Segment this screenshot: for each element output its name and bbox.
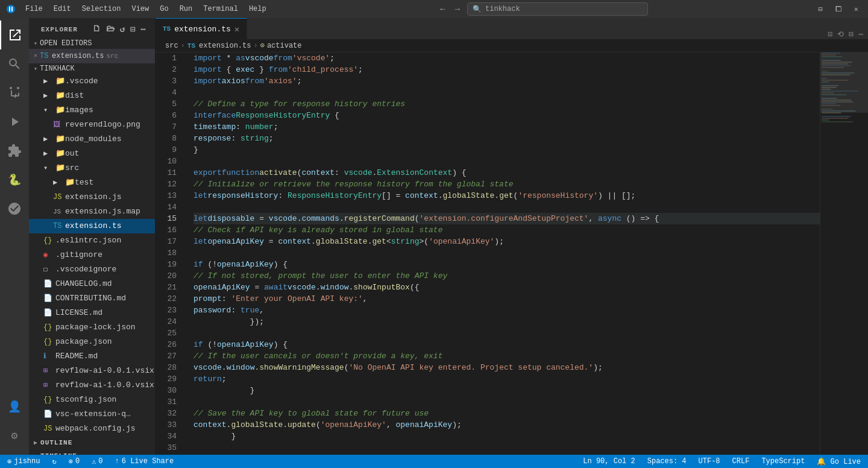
file-gitignore[interactable]: ◉ .gitignore xyxy=(29,248,155,262)
tab-close-button[interactable]: ✕ xyxy=(234,24,239,34)
file-src[interactable]: ▾ 📁 src xyxy=(29,161,155,176)
file-vsc-quickstart[interactable]: 📄 vsc-extension-quickstart... xyxy=(29,407,155,422)
close-button[interactable]: ✕ xyxy=(851,4,862,15)
folder-icon: ▾ xyxy=(43,162,52,175)
file-dist[interactable]: ▶ 📁 dist xyxy=(29,89,155,103)
folder-symbol: 📁 xyxy=(55,89,65,103)
git-icon: ◉ xyxy=(43,248,52,262)
open-editor-extension-ts[interactable]: ✕ TS extension.ts src xyxy=(29,49,155,63)
code-line: } xyxy=(193,385,820,396)
file-out[interactable]: ▶ 📁 out xyxy=(29,147,155,161)
menu-go[interactable]: Go xyxy=(155,4,173,14)
activity-explorer[interactable] xyxy=(0,21,29,49)
menu-terminal[interactable]: Terminal xyxy=(198,4,243,14)
new-file-icon[interactable]: 🗋 xyxy=(91,23,102,36)
line-number: 29 xyxy=(156,373,184,385)
menu-run[interactable]: Run xyxy=(175,4,198,14)
more-icon[interactable]: ⋯ xyxy=(140,23,148,36)
breadcrumb-function[interactable]: activate xyxy=(267,42,302,50)
timeline-section[interactable]: ▶ TIMELINE xyxy=(29,449,155,455)
code-line xyxy=(193,156,820,167)
activity-git[interactable] xyxy=(0,194,29,223)
search-box[interactable]: 🔍 tinkhack xyxy=(467,2,648,16)
file-vsix-100[interactable]: ⊞ revflow-ai-1.0.0.vsix xyxy=(29,378,155,393)
file-images[interactable]: ▾ 📁 images xyxy=(29,103,155,118)
collapse-icon[interactable]: ⊟ xyxy=(129,23,137,36)
open-editors-section[interactable]: ▾ OPEN EDITORS xyxy=(29,38,155,49)
spaces-status[interactable]: Spaces: 4 xyxy=(645,455,689,468)
file-name: README.md xyxy=(55,350,98,363)
nav-forward-button[interactable]: → xyxy=(453,3,462,15)
menu-view[interactable]: View xyxy=(127,4,154,14)
file-reverendlogo[interactable]: 🖼 reverendlogo.png xyxy=(29,118,155,132)
cursor-position[interactable]: Ln 90, Col 2 xyxy=(580,455,637,468)
language-status[interactable]: TypeScript xyxy=(759,455,807,468)
file-extension-ts[interactable]: TS extension.ts xyxy=(29,219,155,233)
sync-status[interactable]: ↻ xyxy=(49,455,58,468)
code-content[interactable]: import * as vscode from 'vscode';import … xyxy=(189,52,820,455)
more-actions-icon[interactable]: ⋯ xyxy=(858,30,863,39)
tab-extension-ts[interactable]: TS extension.ts ✕ xyxy=(156,18,247,39)
activity-python[interactable]: 🐍 xyxy=(0,165,29,194)
outline-section[interactable]: ▶ OUTLINE xyxy=(29,436,155,449)
file-name: CONTRIBUTING.md xyxy=(55,292,126,305)
file-vsix-001[interactable]: ⊞ revflow-ai-0.0.1.vsix xyxy=(29,364,155,378)
code-line xyxy=(193,442,820,454)
file-eslintrc[interactable]: {} .eslintrc.json xyxy=(29,233,155,248)
menu-edit[interactable]: Edit xyxy=(49,4,76,14)
close-editor-icon[interactable]: ✕ xyxy=(34,49,37,63)
file-test[interactable]: ▶ 📁 test xyxy=(29,176,155,190)
file-extension-js-map[interactable]: JS extension.js.map xyxy=(29,204,155,219)
file-package[interactable]: {} package.json xyxy=(29,335,155,349)
file-contributing[interactable]: 📄 CONTRIBUTING.md xyxy=(29,291,155,306)
file-extension-js[interactable]: JS extension.js xyxy=(29,190,155,204)
maximize-button[interactable]: ⧠ xyxy=(831,4,846,15)
encoding-status[interactable]: UTF-8 xyxy=(696,455,723,468)
file-package-lock[interactable]: {} package-lock.json xyxy=(29,320,155,335)
line-number: 24 xyxy=(156,316,184,327)
refresh-icon[interactable]: ↺ xyxy=(119,23,127,36)
breadcrumb-file[interactable]: extension.ts xyxy=(199,42,251,50)
editor-split-icon[interactable]: ⊟ xyxy=(849,30,854,39)
line-number: 22 xyxy=(156,293,184,305)
breadcrumb-src[interactable]: src xyxy=(165,42,178,50)
menu-file[interactable]: File xyxy=(20,4,48,14)
language-text: TypeScript xyxy=(761,457,805,466)
activity-settings[interactable]: ⚙ xyxy=(0,421,29,450)
new-folder-icon[interactable]: 🗁 xyxy=(105,23,116,36)
activity-extensions[interactable] xyxy=(0,136,29,165)
file-name: extension.ts xyxy=(65,220,122,233)
minimize-button[interactable]: ⊟ xyxy=(815,4,826,15)
file-changelog[interactable]: 📄 CHANGELOG.md xyxy=(29,277,155,291)
menu-help[interactable]: Help xyxy=(244,4,271,14)
eol-status[interactable]: CRLF xyxy=(730,455,752,468)
folder-icon: ▶ xyxy=(43,89,52,103)
menu-bar: File Edit Selection View Go Run Terminal… xyxy=(20,4,271,14)
menu-selection[interactable]: Selection xyxy=(77,4,126,14)
activity-account[interactable]: 👤 xyxy=(0,392,29,421)
nav-back-button[interactable]: ← xyxy=(438,3,447,15)
errors-status[interactable]: ⊗ 0 xyxy=(66,455,82,468)
breadcrumb-sep-1: › xyxy=(181,42,185,50)
file-webpack[interactable]: JS webpack.config.js xyxy=(29,422,155,436)
remote-status[interactable]: ⊕ jishnu xyxy=(5,455,42,468)
activity-source-control[interactable] xyxy=(0,78,29,107)
open-editors-chevron: ▾ xyxy=(34,40,37,47)
liveshare-status[interactable]: ↑ 6 Live Share xyxy=(113,455,177,468)
activity-search[interactable] xyxy=(0,49,29,78)
file-vscode[interactable]: ▶ 📁 .vscode xyxy=(29,74,155,89)
warnings-icon: ⚠ xyxy=(92,457,96,466)
breadcrumb-fn-icon: ⊙ xyxy=(260,41,265,50)
activity-run[interactable] xyxy=(0,107,29,136)
file-tsconfig[interactable]: {} tsconfig.json xyxy=(29,393,155,407)
file-license[interactable]: 📄 LICENSE.md xyxy=(29,306,155,320)
file-vscodeignore[interactable]: ◻ .vscodeignore xyxy=(29,262,155,277)
split-editor-icon[interactable]: ⊡ xyxy=(828,30,833,39)
tinkhack-section[interactable]: ▾ TINKHACK xyxy=(29,63,155,74)
golive-status[interactable]: 🔔 Go Live xyxy=(814,455,863,468)
file-nodemodules[interactable]: ▶ 📁 node_modules xyxy=(29,132,155,147)
json-icon: {} xyxy=(43,234,52,247)
warnings-status[interactable]: ⚠ 0 xyxy=(89,455,105,468)
file-readme[interactable]: ℹ README.md xyxy=(29,349,155,364)
editor-history-icon[interactable]: ⟲ xyxy=(837,30,844,39)
